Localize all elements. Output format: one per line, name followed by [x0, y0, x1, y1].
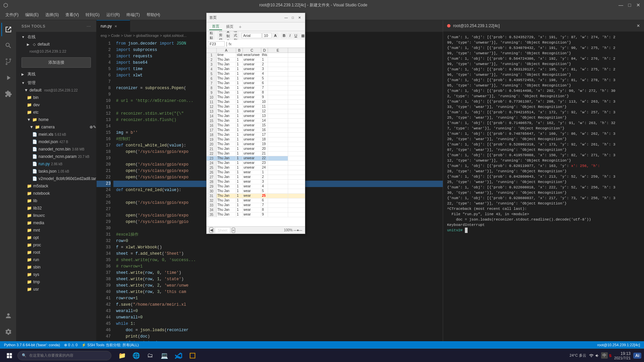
ss-cell[interactable]: 3 — [261, 67, 268, 71]
ss-col-e[interactable]: E — [268, 48, 288, 53]
menu-select[interactable]: 选择(S) — [43, 11, 61, 19]
ss-cell[interactable]: wear — [243, 189, 261, 193]
ss-cell[interactable]: 6 — [261, 81, 268, 85]
ss-cell[interactable]: Thu Jan — [217, 203, 236, 207]
ss-cell[interactable]: 23 — [261, 161, 268, 165]
ss-cell[interactable]: 1 — [236, 184, 243, 189]
ss-cell[interactable]: unwear — [243, 76, 261, 81]
ss-cell[interactable] — [268, 72, 288, 76]
ss-cell[interactable]: 25 — [261, 194, 268, 198]
ss-cell[interactable] — [268, 161, 288, 165]
ss-cell[interactable]: 1 — [236, 76, 243, 81]
ss-cell[interactable]: 8 — [261, 90, 268, 95]
ss-row[interactable]: 22Thu Jan1unwear21 — [207, 152, 305, 156]
ss-cell[interactable]: Thu Jan — [217, 128, 236, 132]
ss-row[interactable]: 3Thu Jan1unwear2 — [207, 62, 305, 67]
ss-cell[interactable]: 1 — [236, 166, 243, 170]
ss-cell[interactable] — [268, 189, 288, 193]
sidebar-item-offline[interactable]: ▶ 离线 — [16, 70, 96, 78]
ss-cell[interactable]: 1 — [236, 114, 243, 118]
ss-cell[interactable]: wear — [243, 180, 261, 184]
menu-goto[interactable]: 转到(G) — [83, 11, 102, 19]
ss-cell[interactable]: unwear — [243, 137, 261, 142]
ss-cell[interactable]: 1 — [236, 100, 243, 104]
ss-cell[interactable]: wear — [243, 175, 261, 179]
ss-cell[interactable]: 1 — [236, 58, 243, 62]
ss-cell[interactable]: 13 — [261, 114, 268, 118]
ss-row[interactable]: 5Thu Jan1unwear4 — [207, 72, 305, 76]
ss-cell[interactable]: unwear — [243, 156, 261, 161]
tree-camera[interactable]: ▼ 📁 camera ⊕✎ — [16, 123, 96, 131]
ss-cell[interactable]: unwear — [243, 105, 261, 109]
ss-row[interactable]: 15Thu Jan1unwear14 — [207, 119, 305, 123]
sidebar-item-manager[interactable]: ▼ 管理 — [16, 79, 96, 86]
ss-cell[interactable]: unwear — [243, 133, 261, 137]
ss-cell[interactable] — [268, 166, 288, 170]
ss-cell[interactable]: unwear — [243, 128, 261, 132]
sidebar-item-default[interactable]: ▶ ◇ default — [16, 41, 96, 48]
ss-format-btn[interactable]: 格式刷 — [232, 31, 239, 40]
taskbar-app-settings[interactable] — [186, 350, 199, 362]
ss-cell[interactable]: Thu Jan — [217, 119, 236, 123]
ss-row[interactable]: 31Thu Jan1wear25 — [207, 194, 305, 198]
ss-font-input[interactable] — [241, 33, 262, 38]
ss-col-c[interactable]: C — [243, 48, 261, 53]
ss-cell[interactable] — [268, 81, 288, 85]
ss-cell[interactable]: unwear — [243, 81, 261, 85]
ss-cell[interactable]: unwear — [243, 90, 261, 95]
ss-cell[interactable]: 1 — [236, 213, 243, 217]
ss-formula-input[interactable] — [233, 42, 304, 46]
ss-row[interactable]: 6Thu Jan1unwear5 — [207, 76, 305, 81]
ss-cell[interactable]: Thu Jan — [217, 180, 236, 184]
ss-cell[interactable]: unwear — [243, 161, 261, 165]
ss-cell[interactable]: 16 — [261, 128, 268, 132]
ss-cell[interactable] — [268, 100, 288, 104]
ss-tab-insert[interactable]: 插页 — [223, 23, 236, 30]
camera-actions[interactable]: ⊕✎ — [90, 125, 96, 129]
ss-cell[interactable]: unwear — [243, 67, 261, 71]
tree-tmp[interactable]: 📁 tmp — [16, 278, 96, 286]
tab-runpy[interactable]: run.py ✕ — [97, 20, 130, 32]
ss-cell[interactable] — [268, 58, 288, 62]
ss-row[interactable]: 4Thu Jan1unwear3 — [207, 67, 305, 72]
ss-row[interactable]: 14Thu Jan1unwear13 — [207, 114, 305, 119]
tree-nanodet-param[interactable]: 📄 nanodet_ncnn.param 20.7 kB — [16, 153, 96, 160]
ss-cell[interactable]: unwear — [243, 95, 261, 100]
tree-nanodet-bin[interactable]: 📄 nanodet_ncnn.bin 3.68 MB — [16, 145, 96, 153]
activity-explorer[interactable] — [1, 23, 15, 36]
ss-row[interactable]: 12Thu Jan1unwear11 — [207, 105, 305, 109]
ss-cell[interactable] — [268, 95, 288, 100]
ss-col-b[interactable]: B — [236, 48, 243, 53]
taskbar-app-files[interactable]: 🗂 — [144, 350, 157, 362]
ss-paste-btn[interactable]: 粘贴 — [208, 31, 215, 40]
ss-cell[interactable]: 1 — [261, 170, 268, 175]
ss-cell[interactable]: Thu Jan — [217, 175, 236, 179]
activity-extensions[interactable] — [1, 87, 15, 101]
ss-cell[interactable] — [268, 184, 288, 189]
ss-cell[interactable]: unwear — [243, 58, 261, 62]
ss-cell[interactable]: 17 — [261, 133, 268, 137]
minimize-btn[interactable]: — — [619, 3, 623, 7]
ss-row[interactable]: 16Thu Jan1unwear15 — [207, 123, 305, 128]
ss-cell[interactable]: unwear — [243, 142, 261, 146]
ss-cell[interactable]: 1 — [236, 62, 243, 67]
ss-cell[interactable]: 6 — [261, 198, 268, 203]
ss-cell[interactable] — [268, 156, 288, 161]
ss-cell[interactable]: wear — [243, 194, 261, 198]
sidebar-item-online[interactable]: ▼ 在线 — [16, 33, 96, 41]
ss-cell[interactable]: Thu Jan — [217, 184, 236, 189]
ss-cell[interactable] — [268, 123, 288, 128]
taskbar-app-browser[interactable]: 🌐 — [129, 350, 143, 362]
ss-cell[interactable]: Thu Jan — [217, 90, 236, 95]
terminal-content[interactable]: {'num': 1, 'obj': [{'prob': 0.524352729,… — [443, 32, 644, 341]
ss-cell[interactable] — [268, 142, 288, 146]
tree-run[interactable]: 📁 run — [16, 256, 96, 263]
ss-cell[interactable]: wear — [243, 203, 261, 207]
ss-cell[interactable]: unwear — [243, 72, 261, 76]
ss-cell[interactable]: Thu Jan — [217, 100, 236, 104]
ss-cell[interactable]: 22 — [261, 156, 268, 161]
menu-terminal[interactable]: 终端(T) — [124, 11, 142, 19]
ss-cell[interactable]: 1 — [236, 72, 243, 76]
ss-cell[interactable] — [268, 128, 288, 132]
ss-tab-add[interactable]: + — [237, 24, 243, 29]
